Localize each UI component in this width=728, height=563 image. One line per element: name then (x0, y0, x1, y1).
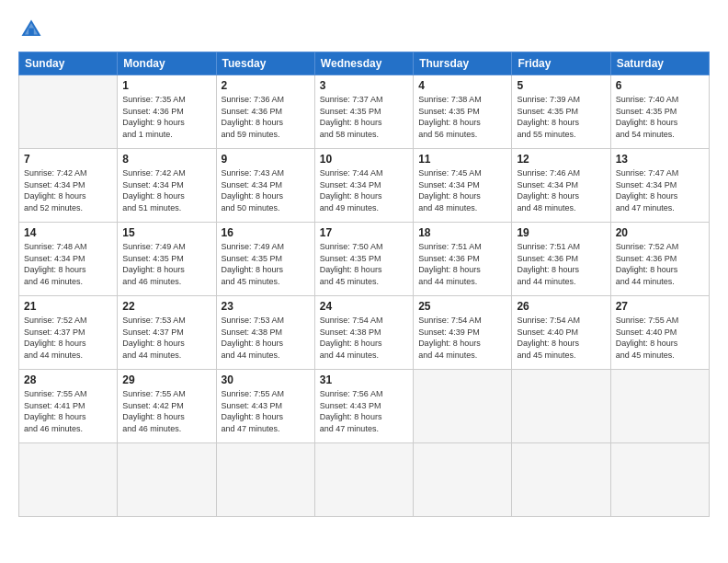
cell-content: Sunrise: 7:53 AM Sunset: 4:38 PM Dayligh… (222, 315, 310, 361)
calendar-table: SundayMondayTuesdayWednesdayThursdayFrid… (18, 52, 710, 517)
col-header-thursday: Thursday (414, 52, 512, 75)
calendar-cell: 3Sunrise: 7:37 AM Sunset: 4:35 PM Daylig… (314, 75, 413, 149)
calendar-cell: 28Sunrise: 7:55 AM Sunset: 4:41 PM Dayli… (19, 370, 118, 443)
cell-content: Sunrise: 7:55 AM Sunset: 4:42 PM Dayligh… (122, 388, 210, 434)
calendar-cell: 5Sunrise: 7:39 AM Sunset: 4:35 PM Daylig… (512, 75, 610, 149)
calendar-cell: 15Sunrise: 7:49 AM Sunset: 4:35 PM Dayli… (118, 223, 216, 296)
day-number: 4 (418, 79, 506, 92)
calendar-body: 1Sunrise: 7:35 AM Sunset: 4:36 PM Daylig… (19, 75, 710, 517)
day-number: 11 (418, 153, 506, 166)
logo (18, 17, 48, 42)
calendar-cell: 23Sunrise: 7:53 AM Sunset: 4:38 PM Dayli… (216, 296, 314, 370)
calendar-cell: 30Sunrise: 7:55 AM Sunset: 4:43 PM Dayli… (216, 370, 314, 443)
day-number: 17 (320, 226, 408, 239)
calendar-cell (610, 370, 709, 443)
day-number: 25 (418, 300, 506, 313)
cell-content: Sunrise: 7:47 AM Sunset: 4:34 PM Dayligh… (616, 167, 704, 213)
day-number: 27 (616, 300, 704, 313)
cell-content: Sunrise: 7:52 AM Sunset: 4:37 PM Dayligh… (24, 315, 112, 361)
calendar-cell: 31Sunrise: 7:56 AM Sunset: 4:43 PM Dayli… (314, 370, 413, 443)
cell-content: Sunrise: 7:53 AM Sunset: 4:37 PM Dayligh… (122, 315, 210, 361)
calendar-row: 1Sunrise: 7:35 AM Sunset: 4:36 PM Daylig… (19, 75, 710, 149)
calendar-cell: 17Sunrise: 7:50 AM Sunset: 4:35 PM Dayli… (314, 223, 413, 296)
cell-content: Sunrise: 7:52 AM Sunset: 4:36 PM Dayligh… (616, 241, 704, 287)
col-header-sunday: Sunday (19, 52, 118, 75)
cell-content: Sunrise: 7:42 AM Sunset: 4:34 PM Dayligh… (24, 167, 112, 213)
day-number: 1 (122, 79, 210, 92)
cell-content: Sunrise: 7:37 AM Sunset: 4:35 PM Dayligh… (320, 94, 408, 140)
cell-content: Sunrise: 7:46 AM Sunset: 4:34 PM Dayligh… (517, 167, 605, 213)
calendar-cell: 25Sunrise: 7:54 AM Sunset: 4:39 PM Dayli… (414, 296, 512, 370)
calendar-cell (610, 443, 709, 517)
calendar-cell: 19Sunrise: 7:51 AM Sunset: 4:36 PM Dayli… (512, 223, 610, 296)
cell-content: Sunrise: 7:51 AM Sunset: 4:36 PM Dayligh… (418, 241, 506, 287)
cell-content: Sunrise: 7:55 AM Sunset: 4:40 PM Dayligh… (616, 315, 704, 361)
calendar-cell: 29Sunrise: 7:55 AM Sunset: 4:42 PM Dayli… (118, 370, 216, 443)
calendar-cell (512, 443, 610, 517)
calendar-cell: 20Sunrise: 7:52 AM Sunset: 4:36 PM Dayli… (610, 223, 709, 296)
day-number: 13 (616, 153, 704, 166)
calendar-cell (118, 443, 216, 517)
calendar-cell: 7Sunrise: 7:42 AM Sunset: 4:34 PM Daylig… (19, 149, 118, 223)
calendar-cell: 8Sunrise: 7:42 AM Sunset: 4:34 PM Daylig… (118, 149, 216, 223)
calendar-cell: 6Sunrise: 7:40 AM Sunset: 4:35 PM Daylig… (610, 75, 709, 149)
calendar-cell: 1Sunrise: 7:35 AM Sunset: 4:36 PM Daylig… (118, 75, 216, 149)
day-number: 14 (24, 226, 112, 239)
day-number: 7 (24, 153, 112, 166)
day-number: 8 (122, 153, 210, 166)
day-number: 3 (320, 79, 408, 92)
cell-content: Sunrise: 7:48 AM Sunset: 4:34 PM Dayligh… (24, 241, 112, 287)
calendar-cell: 11Sunrise: 7:45 AM Sunset: 4:34 PM Dayli… (414, 149, 512, 223)
cell-content: Sunrise: 7:54 AM Sunset: 4:39 PM Dayligh… (418, 315, 506, 361)
cell-content: Sunrise: 7:45 AM Sunset: 4:34 PM Dayligh… (418, 167, 506, 213)
day-number: 20 (616, 226, 704, 239)
col-header-monday: Monday (118, 52, 216, 75)
calendar-cell: 9Sunrise: 7:43 AM Sunset: 4:34 PM Daylig… (216, 149, 314, 223)
cell-content: Sunrise: 7:40 AM Sunset: 4:35 PM Dayligh… (616, 94, 704, 140)
col-header-saturday: Saturday (610, 52, 709, 75)
calendar-row (19, 443, 710, 517)
day-number: 19 (517, 226, 605, 239)
calendar-cell (216, 443, 314, 517)
calendar-cell (19, 75, 118, 149)
calendar-cell: 2Sunrise: 7:36 AM Sunset: 4:36 PM Daylig… (216, 75, 314, 149)
col-header-wednesday: Wednesday (314, 52, 413, 75)
cell-content: Sunrise: 7:43 AM Sunset: 4:34 PM Dayligh… (222, 167, 310, 213)
calendar-cell: 26Sunrise: 7:54 AM Sunset: 4:40 PM Dayli… (512, 296, 610, 370)
col-header-tuesday: Tuesday (216, 52, 314, 75)
cell-content: Sunrise: 7:50 AM Sunset: 4:35 PM Dayligh… (320, 241, 408, 287)
cell-content: Sunrise: 7:38 AM Sunset: 4:35 PM Dayligh… (418, 94, 506, 140)
cell-content: Sunrise: 7:44 AM Sunset: 4:34 PM Dayligh… (320, 167, 408, 213)
calendar-cell: 14Sunrise: 7:48 AM Sunset: 4:34 PM Dayli… (19, 223, 118, 296)
day-number: 10 (320, 153, 408, 166)
calendar-cell: 22Sunrise: 7:53 AM Sunset: 4:37 PM Dayli… (118, 296, 216, 370)
calendar-cell (512, 370, 610, 443)
calendar-cell: 24Sunrise: 7:54 AM Sunset: 4:38 PM Dayli… (314, 296, 413, 370)
col-header-friday: Friday (512, 52, 610, 75)
day-number: 15 (122, 226, 210, 239)
day-number: 28 (24, 373, 112, 386)
cell-content: Sunrise: 7:56 AM Sunset: 4:43 PM Dayligh… (320, 388, 408, 434)
cell-content: Sunrise: 7:55 AM Sunset: 4:41 PM Dayligh… (24, 388, 112, 434)
day-number: 22 (122, 300, 210, 313)
cell-content: Sunrise: 7:35 AM Sunset: 4:36 PM Dayligh… (122, 94, 210, 140)
day-number: 12 (517, 153, 605, 166)
day-number: 23 (222, 300, 310, 313)
day-number: 31 (320, 373, 408, 386)
cell-content: Sunrise: 7:49 AM Sunset: 4:35 PM Dayligh… (222, 241, 310, 287)
cell-content: Sunrise: 7:54 AM Sunset: 4:40 PM Dayligh… (517, 315, 605, 361)
day-number: 5 (517, 79, 605, 92)
header-row: SundayMondayTuesdayWednesdayThursdayFrid… (19, 52, 710, 75)
calendar-row: 14Sunrise: 7:48 AM Sunset: 4:34 PM Dayli… (19, 223, 710, 296)
cell-content: Sunrise: 7:55 AM Sunset: 4:43 PM Dayligh… (222, 388, 310, 434)
day-number: 26 (517, 300, 605, 313)
cell-content: Sunrise: 7:54 AM Sunset: 4:38 PM Dayligh… (320, 315, 408, 361)
day-number: 30 (222, 373, 310, 386)
calendar-cell: 4Sunrise: 7:38 AM Sunset: 4:35 PM Daylig… (414, 75, 512, 149)
day-number: 24 (320, 300, 408, 313)
cell-content: Sunrise: 7:36 AM Sunset: 4:36 PM Dayligh… (222, 94, 310, 140)
day-number: 29 (122, 373, 210, 386)
calendar-cell: 13Sunrise: 7:47 AM Sunset: 4:34 PM Dayli… (610, 149, 709, 223)
calendar-cell: 18Sunrise: 7:51 AM Sunset: 4:36 PM Dayli… (414, 223, 512, 296)
calendar-cell: 16Sunrise: 7:49 AM Sunset: 4:35 PM Dayli… (216, 223, 314, 296)
